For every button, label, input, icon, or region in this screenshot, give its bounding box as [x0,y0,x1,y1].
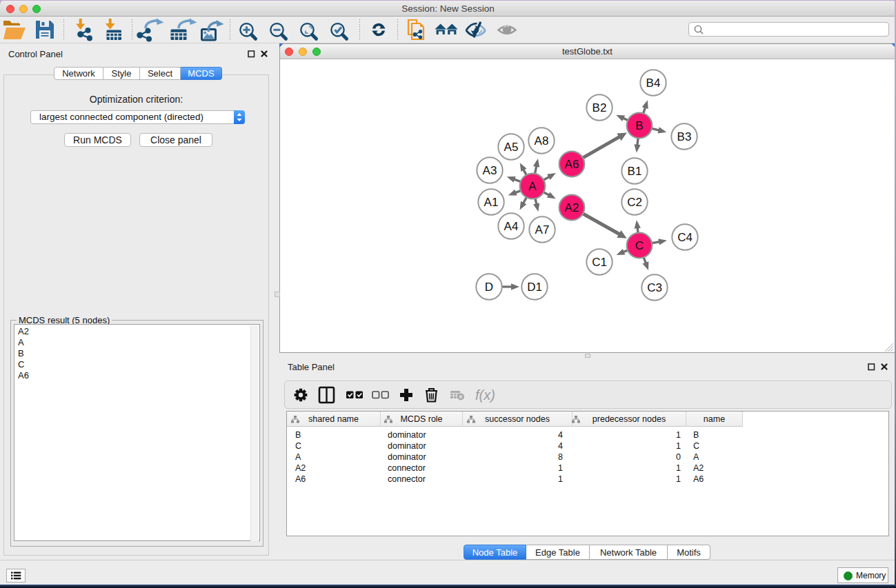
svg-text:B1: B1 [628,165,642,178]
svg-text:C2: C2 [627,196,642,209]
svg-text:A6: A6 [565,158,579,171]
svg-text:B4: B4 [646,77,661,90]
svg-text:A5: A5 [504,141,519,154]
svg-text:B2: B2 [593,101,607,114]
svg-text:C: C [635,239,644,252]
svg-text:f(x): f(x) [475,387,495,403]
svg-text:A8: A8 [535,134,549,148]
svg-text:C1: C1 [592,256,607,269]
svg-text:A2: A2 [565,201,579,214]
svg-text:A7: A7 [535,223,550,236]
svg-text:A: A [528,180,537,193]
svg-text:A3: A3 [483,164,497,177]
svg-text:B3: B3 [677,130,692,143]
svg-text:A1: A1 [484,196,499,209]
svg-text:C4: C4 [677,231,693,244]
svg-text:A4: A4 [504,220,519,233]
svg-text:D1: D1 [527,281,542,294]
svg-text:C3: C3 [647,281,662,294]
svg-text:D: D [485,281,493,294]
svg-text:B: B [635,119,643,132]
